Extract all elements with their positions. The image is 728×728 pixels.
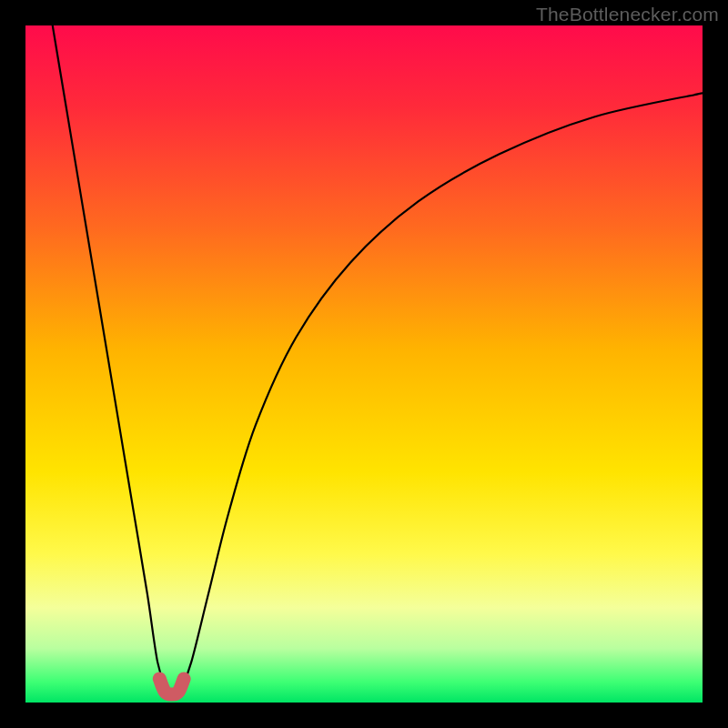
chart-frame: TheBottlenecker.com bbox=[0, 0, 728, 728]
gradient-background bbox=[25, 25, 703, 703]
attribution-text: TheBottlenecker.com bbox=[536, 4, 719, 25]
plot-area bbox=[25, 25, 703, 703]
bottleneck-chart bbox=[25, 25, 703, 703]
